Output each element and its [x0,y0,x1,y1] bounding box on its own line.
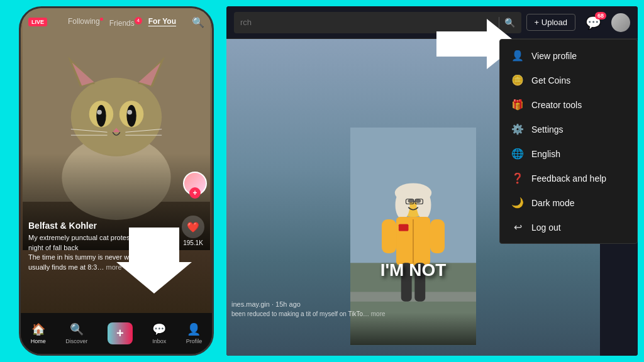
nav-profile[interactable]: 👤 Profile [186,322,203,344]
creator-tools-icon: 🎁 [511,99,524,111]
english-icon: 🌐 [511,148,524,160]
nav-add[interactable]: + [108,322,133,344]
dark-mode-label: Dark mode [531,198,574,208]
dropdown-item-creator-tools[interactable]: 🎁Creator tools [500,92,637,117]
get-coins-label: Get Coins [531,75,570,85]
video-username: ines.may.gin · 15h ago [231,300,595,308]
profile-avatar-side[interactable]: + [183,172,207,195]
phone-screen: LIVE Following Friends4 For You 🔍 + ❤️ 1… [21,8,212,354]
svg-marker-20 [116,228,192,293]
log-out-icon: ↩ [511,221,524,233]
web-panel: 🔍 + Upload 💬 68 [226,6,638,356]
video-info: ines.may.gin · 15h ago been reduced to m… [231,300,595,318]
svg-rect-19 [23,8,210,250]
get-coins-icon: 🪙 [511,74,524,86]
nav-discover[interactable]: 🔍 Discover [65,322,87,344]
english-label: English [531,149,560,159]
dropdown-item-settings[interactable]: ⚙️Settings [500,117,637,141]
web-topbar: 🔍 + Upload 💬 68 [226,6,638,39]
feedback-help-icon: ❓ [511,172,524,184]
settings-label: Settings [531,124,564,134]
profile-icon: 👤 [187,322,201,336]
video-main-text: I'M NOT [380,260,447,280]
phone-left: LIVE Following Friends4 For You 🔍 + ❤️ 1… [19,6,214,356]
dropdown-item-feedback-help[interactable]: ❓Feedback and help [500,166,637,190]
following-dot [100,18,103,21]
view-profile-icon: 👤 [511,50,524,62]
notification-button[interactable]: 💬 68 [586,15,601,30]
dropdown-item-get-coins[interactable]: 🪙Get Coins [500,68,637,92]
home-icon: 🏠 [31,322,45,336]
tab-for-you[interactable]: For You [148,17,176,28]
down-arrow [116,221,192,299]
discover-icon: 🔍 [70,322,84,336]
settings-icon: ⚙️ [511,123,524,135]
friends-badge: 4 [135,17,142,25]
dropdown-item-dark-mode[interactable]: 🌙Dark mode [500,190,637,215]
user-avatar[interactable] [611,13,630,32]
search-icon[interactable]: 🔍 [192,16,204,28]
video-more-link[interactable]: more [371,310,386,317]
nav-home[interactable]: 🏠 Home [31,322,46,344]
upload-button[interactable]: + Upload [526,14,575,31]
dropdown-item-english[interactable]: 🌐English [500,141,637,166]
cat-image [21,8,212,250]
feedback-help-label: Feedback and help [531,173,606,184]
video-caption: been reduced to making a tit of myself o… [231,310,595,318]
tab-friends[interactable]: Friends4 [109,17,142,28]
dropdown-item-view-profile[interactable]: 👤View profile [500,43,637,68]
phone-bottom-nav: 🏠 Home 🔍 Discover + 💬 Inbox 👤 Profile [21,313,212,354]
notification-badge: 68 [595,12,606,19]
creator-tools-label: Creator tools [531,100,582,110]
dark-mode-icon: 🌙 [511,197,524,209]
view-profile-label: View profile [531,51,577,61]
person-figure [350,117,476,356]
add-button[interactable]: + [108,322,133,344]
phone-nav-tabs: Following Friends4 For You [52,17,192,28]
follow-plus-button[interactable]: + [189,187,201,199]
log-out-label: Log out [531,222,561,233]
dropdown-menu: 👤View profile🪙Get Coins🎁Creator tools⚙️S… [499,39,638,244]
live-badge: LIVE [28,18,47,26]
nav-inbox[interactable]: 💬 Inbox [152,322,166,344]
dropdown-item-log-out[interactable]: ↩Log out [500,215,637,239]
phone-top-bar: LIVE Following Friends4 For You 🔍 [21,8,212,36]
tab-following[interactable]: Following [68,17,103,28]
inbox-icon: 💬 [152,322,166,336]
